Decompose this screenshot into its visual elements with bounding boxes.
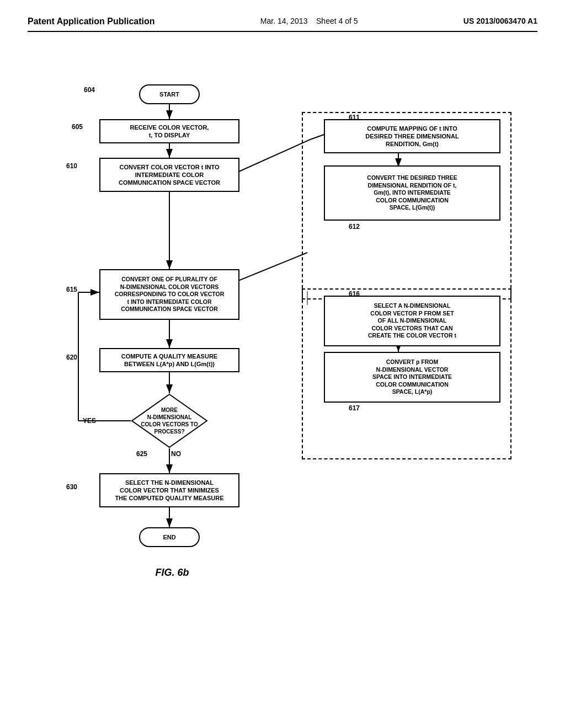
label-630: 630 (66, 483, 77, 491)
svg-line-6 (233, 140, 310, 174)
box-605: RECEIVE COLOR VECTOR, t, TO DISPLAY (99, 119, 239, 143)
publication-label: Patent Application Publication (28, 17, 155, 26)
patent-number: US 2013/0063470 A1 (463, 17, 537, 25)
label-625: 625 (136, 450, 147, 458)
label-no: NO (171, 450, 181, 458)
diagram-area: 604 START 605 RECEIVE COLOR VECTOR, t, T… (34, 54, 531, 661)
label-yes: YES (83, 417, 96, 425)
box-615: CONVERT ONE OF PLURALITY OF N-DIMENSIONA… (99, 269, 239, 320)
page: Patent Application Publication Mar. 14, … (0, 0, 565, 728)
box-612: CONVERT THE DESIRED THREE DIMENSIONAL RE… (324, 165, 500, 221)
label-620: 620 (66, 354, 77, 361)
label-617: 617 (349, 404, 360, 412)
box-630: SELECT THE N-DIMENSIONAL COLOR VECTOR TH… (99, 473, 239, 507)
label-605: 605 (72, 123, 83, 131)
label-610: 610 (66, 162, 77, 170)
fig-caption: FIG. 6b (120, 567, 225, 579)
start-box: START (139, 84, 200, 104)
box-610: CONVERT COLOR VECTOR t INTO INTERMEDIATE… (99, 158, 239, 192)
page-header: Patent Application Publication Mar. 14, … (28, 17, 537, 32)
box-617: CONVERT p FROM N-DIMENSIONAL VECTOR SPAC… (324, 352, 500, 403)
end-box: END (139, 527, 200, 547)
diamond-box: MORE N-DIMENSIONAL COLOR VECTORS TO PROC… (131, 393, 208, 448)
box-611: COMPUTE MAPPING OF t INTO DESIRED THREE … (324, 119, 500, 153)
svg-line-8 (233, 253, 307, 283)
box-616: SELECT A N-DIMENSIONAL COLOR VECTOR P FR… (324, 296, 500, 346)
label-615: 615 (66, 286, 77, 293)
label-612: 612 (349, 223, 360, 231)
box-620: COMPUTE A QUALITY MEASURE BETWEEN L(A*p)… (99, 348, 239, 372)
date-sheet: Mar. 14, 2013 Sheet 4 of 5 (260, 17, 358, 25)
label-604: 604 (84, 86, 95, 94)
